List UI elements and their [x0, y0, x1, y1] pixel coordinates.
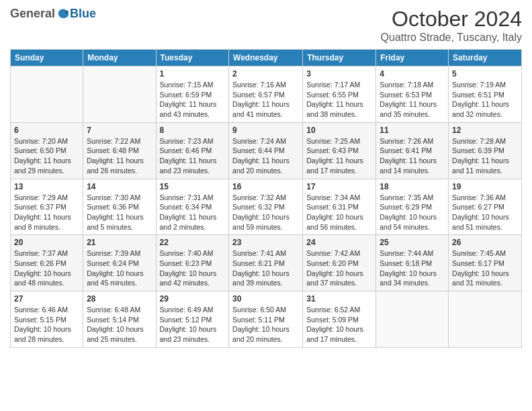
- page-header: General Blue October 2024 Quattro Strade…: [10, 7, 522, 44]
- logo-blue: Blue: [70, 7, 96, 21]
- calendar-cell: 27Sunrise: 6:46 AMSunset: 5:15 PMDayligh…: [11, 291, 83, 348]
- title-block: October 2024 Quattro Strade, Tuscany, It…: [381, 7, 522, 44]
- day-number: 30: [232, 294, 299, 304]
- day-number: 24: [306, 238, 372, 247]
- calendar-cell: 24Sunrise: 7:42 AMSunset: 6:20 PMDayligh…: [303, 235, 376, 291]
- calendar-cell: 26Sunrise: 7:45 AMSunset: 6:17 PMDayligh…: [449, 235, 522, 291]
- calendar-table: SundayMondayTuesdayWednesdayThursdayFrid…: [10, 49, 522, 348]
- day-number: 5: [452, 69, 518, 79]
- calendar-cell: 13Sunrise: 7:29 AMSunset: 6:37 PMDayligh…: [11, 179, 83, 235]
- logo-general: General: [10, 7, 55, 21]
- day-number: 11: [380, 126, 445, 135]
- day-of-week-header: Thursday: [303, 50, 376, 66]
- calendar-cell: [449, 291, 522, 348]
- day-number: 14: [87, 182, 152, 191]
- day-info: Sunrise: 7:36 AMSunset: 6:27 PMDaylight:…: [452, 193, 518, 232]
- calendar-week-row: 13Sunrise: 7:29 AMSunset: 6:37 PMDayligh…: [11, 179, 522, 235]
- calendar-cell: 17Sunrise: 7:34 AMSunset: 6:31 PMDayligh…: [303, 179, 376, 235]
- logo: General Blue: [10, 7, 96, 21]
- calendar-week-row: 20Sunrise: 7:37 AMSunset: 6:26 PMDayligh…: [11, 235, 522, 291]
- calendar-cell: 22Sunrise: 7:40 AMSunset: 6:23 PMDayligh…: [156, 235, 229, 291]
- day-number: 19: [452, 182, 518, 191]
- day-of-week-header: Saturday: [449, 50, 522, 66]
- day-info: Sunrise: 6:46 AMSunset: 5:15 PMDaylight:…: [14, 305, 79, 345]
- calendar-header-row: SundayMondayTuesdayWednesdayThursdayFrid…: [11, 50, 522, 66]
- day-info: Sunrise: 7:28 AMSunset: 6:39 PMDaylight:…: [452, 136, 518, 176]
- day-info: Sunrise: 7:17 AMSunset: 6:55 PMDaylight:…: [306, 80, 372, 120]
- day-info: Sunrise: 7:26 AMSunset: 6:41 PMDaylight:…: [380, 136, 445, 176]
- location-title: Quattro Strade, Tuscany, Italy: [381, 32, 522, 44]
- day-info: Sunrise: 7:19 AMSunset: 6:51 PMDaylight:…: [452, 80, 518, 120]
- calendar-cell: 14Sunrise: 7:30 AMSunset: 6:36 PMDayligh…: [83, 179, 156, 235]
- day-number: 28: [87, 294, 152, 304]
- day-number: 4: [380, 69, 445, 79]
- day-info: Sunrise: 7:22 AMSunset: 6:48 PMDaylight:…: [87, 136, 152, 176]
- calendar-cell: 30Sunrise: 6:50 AMSunset: 5:11 PMDayligh…: [229, 291, 303, 348]
- day-number: 20: [14, 238, 79, 247]
- day-info: Sunrise: 7:40 AMSunset: 6:23 PMDaylight:…: [160, 248, 226, 288]
- day-number: 8: [160, 126, 226, 135]
- day-info: Sunrise: 6:49 AMSunset: 5:12 PMDaylight:…: [160, 305, 226, 345]
- day-number: 2: [232, 69, 299, 79]
- day-number: 13: [14, 182, 79, 191]
- day-info: Sunrise: 7:45 AMSunset: 6:17 PMDaylight:…: [452, 248, 518, 288]
- day-number: 16: [232, 182, 299, 191]
- calendar-cell: 23Sunrise: 7:41 AMSunset: 6:21 PMDayligh…: [229, 235, 303, 291]
- day-number: 1: [160, 69, 226, 79]
- calendar-cell: 12Sunrise: 7:28 AMSunset: 6:39 PMDayligh…: [449, 122, 522, 179]
- day-number: 10: [306, 126, 372, 135]
- calendar-cell: 31Sunrise: 6:52 AMSunset: 5:09 PMDayligh…: [303, 291, 376, 348]
- day-of-week-header: Tuesday: [156, 50, 229, 66]
- day-info: Sunrise: 7:44 AMSunset: 6:18 PMDaylight:…: [380, 248, 445, 288]
- day-info: Sunrise: 7:20 AMSunset: 6:50 PMDaylight:…: [14, 136, 79, 176]
- day-number: 23: [232, 238, 299, 247]
- calendar-cell: 20Sunrise: 7:37 AMSunset: 6:26 PMDayligh…: [11, 235, 83, 291]
- calendar-cell: [376, 291, 449, 348]
- day-info: Sunrise: 7:34 AMSunset: 6:31 PMDaylight:…: [306, 193, 372, 232]
- calendar-cell: 25Sunrise: 7:44 AMSunset: 6:18 PMDayligh…: [376, 235, 449, 291]
- calendar-cell: 4Sunrise: 7:18 AMSunset: 6:53 PMDaylight…: [376, 66, 449, 123]
- calendar-cell: 7Sunrise: 7:22 AMSunset: 6:48 PMDaylight…: [83, 122, 156, 179]
- logo-text: General Blue: [10, 7, 96, 21]
- calendar-cell: 15Sunrise: 7:31 AMSunset: 6:34 PMDayligh…: [156, 179, 229, 235]
- day-of-week-header: Sunday: [11, 50, 83, 66]
- calendar-cell: 21Sunrise: 7:39 AMSunset: 6:24 PMDayligh…: [83, 235, 156, 291]
- calendar-week-row: 6Sunrise: 7:20 AMSunset: 6:50 PMDaylight…: [11, 122, 522, 179]
- calendar-week-row: 27Sunrise: 6:46 AMSunset: 5:15 PMDayligh…: [11, 291, 522, 348]
- day-info: Sunrise: 7:32 AMSunset: 6:32 PMDaylight:…: [232, 193, 299, 232]
- day-number: 26: [452, 238, 518, 247]
- calendar-cell: 9Sunrise: 7:24 AMSunset: 6:44 PMDaylight…: [229, 122, 303, 179]
- calendar-cell: 16Sunrise: 7:32 AMSunset: 6:32 PMDayligh…: [229, 179, 303, 235]
- calendar-cell: 11Sunrise: 7:26 AMSunset: 6:41 PMDayligh…: [376, 122, 449, 179]
- day-of-week-header: Friday: [376, 50, 449, 66]
- calendar-cell: 28Sunrise: 6:48 AMSunset: 5:14 PMDayligh…: [83, 291, 156, 348]
- day-number: 7: [87, 126, 152, 135]
- day-info: Sunrise: 7:23 AMSunset: 6:46 PMDaylight:…: [160, 136, 226, 176]
- logo-icon: [56, 7, 70, 21]
- calendar-cell: [83, 66, 156, 123]
- calendar-cell: 19Sunrise: 7:36 AMSunset: 6:27 PMDayligh…: [449, 179, 522, 235]
- day-info: Sunrise: 7:39 AMSunset: 6:24 PMDaylight:…: [87, 248, 152, 288]
- calendar-cell: [11, 66, 83, 123]
- day-of-week-header: Wednesday: [229, 50, 303, 66]
- day-info: Sunrise: 7:29 AMSunset: 6:37 PMDaylight:…: [14, 193, 79, 232]
- day-info: Sunrise: 7:30 AMSunset: 6:36 PMDaylight:…: [87, 193, 152, 232]
- day-number: 22: [160, 238, 226, 247]
- calendar-cell: 5Sunrise: 7:19 AMSunset: 6:51 PMDaylight…: [449, 66, 522, 123]
- day-number: 12: [452, 126, 518, 135]
- calendar-cell: 1Sunrise: 7:15 AMSunset: 6:59 PMDaylight…: [156, 66, 229, 123]
- month-title: October 2024: [381, 7, 522, 32]
- day-number: 3: [306, 69, 372, 79]
- calendar-week-row: 1Sunrise: 7:15 AMSunset: 6:59 PMDaylight…: [11, 66, 522, 123]
- day-info: Sunrise: 7:18 AMSunset: 6:53 PMDaylight:…: [380, 80, 445, 120]
- calendar-cell: 2Sunrise: 7:16 AMSunset: 6:57 PMDaylight…: [229, 66, 303, 123]
- day-number: 25: [380, 238, 445, 247]
- calendar-cell: 29Sunrise: 6:49 AMSunset: 5:12 PMDayligh…: [156, 291, 229, 348]
- day-info: Sunrise: 7:25 AMSunset: 6:43 PMDaylight:…: [306, 136, 372, 176]
- day-number: 17: [306, 182, 372, 191]
- day-number: 6: [14, 126, 79, 135]
- day-number: 21: [87, 238, 152, 247]
- day-info: Sunrise: 7:31 AMSunset: 6:34 PMDaylight:…: [160, 193, 226, 232]
- day-info: Sunrise: 7:15 AMSunset: 6:59 PMDaylight:…: [160, 80, 226, 120]
- day-info: Sunrise: 7:35 AMSunset: 6:29 PMDaylight:…: [380, 193, 445, 232]
